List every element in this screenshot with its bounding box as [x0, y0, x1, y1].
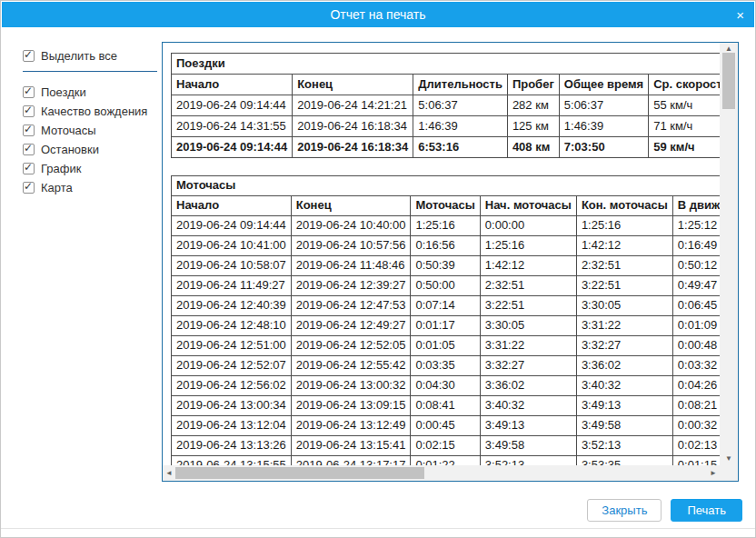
table-cell: 125 км — [507, 116, 559, 137]
table-cell: 2019-06-24 09:14:44 — [172, 95, 293, 116]
table-cell: 3:31:22 — [576, 316, 672, 336]
table-cell: 2019-06-24 16:18:34 — [293, 137, 413, 158]
table-cell: 3:49:58 — [576, 416, 672, 436]
table-cell: 2019-06-24 10:40:00 — [291, 216, 411, 236]
checkbox-checked-icon[interactable] — [23, 182, 35, 194]
table-cell: 1:46:39 — [413, 116, 508, 137]
checkbox-checked-icon[interactable] — [23, 105, 35, 117]
report-sections-sidebar: Выделить все Поездки Качество вождения М… — [23, 47, 159, 197]
table-cell: 2019-06-24 13:00:34 — [172, 396, 292, 416]
table-cell: 2019-06-24 13:12:04 — [172, 416, 292, 436]
table-cell: 3:31:22 — [480, 336, 576, 356]
sidebar-item-driving-quality[interactable]: Качество вождения — [23, 102, 159, 121]
table-cell: 6:53:16 — [413, 137, 508, 158]
table-cell: 0:01:05 — [411, 336, 480, 356]
checkbox-checked-icon[interactable] — [23, 144, 35, 155]
checkbox-checked-icon[interactable] — [23, 125, 35, 136]
table-row: 2019-06-24 13:13:262019-06-24 13:15:410:… — [172, 436, 721, 456]
table-cell: 2019-06-24 12:55:42 — [291, 356, 411, 376]
table-cell: 2019-06-24 12:51:00 — [172, 336, 292, 356]
table-row: 2019-06-24 09:14:442019-06-24 10:40:001:… — [172, 216, 721, 236]
trips-table: Поездки НачалоКонецДлительностьПробегОбщ… — [171, 53, 720, 158]
table-title-row: Поездки — [172, 54, 721, 75]
table-cell: 2019-06-24 12:52:07 — [172, 356, 292, 376]
print-button[interactable]: Печать — [671, 499, 742, 522]
table-row: 2019-06-24 13:00:342019-06-24 13:09:150:… — [172, 396, 721, 416]
table-cell: 3:36:02 — [576, 356, 672, 376]
table-header-row: НачалоКонецДлительностьПробегОбщее время… — [172, 75, 721, 95]
table-cell: 5:06:37 — [413, 95, 508, 116]
table-cell: 0:01:22 — [411, 456, 480, 466]
vertical-scroll-thumb[interactable] — [722, 53, 735, 109]
table-cell: Конец — [293, 75, 413, 95]
horizontal-scrollbar[interactable]: ◄ ► — [163, 465, 720, 481]
scroll-down-icon[interactable]: ▼ — [725, 455, 732, 463]
table-cell: Пробег — [507, 75, 559, 95]
table-cell: 2019-06-24 13:00:32 — [291, 376, 411, 396]
scroll-left-icon[interactable]: ◄ — [165, 470, 173, 477]
sidebar-item-stops[interactable]: Остановки — [23, 140, 159, 159]
table-cell: 2019-06-24 13:15:41 — [291, 436, 411, 456]
table-cell: 282 км — [507, 95, 559, 116]
table-cell: 0:01:15 — [672, 456, 720, 466]
table-cell: 3:49:13 — [480, 416, 576, 436]
table-cell: 2019-06-24 09:14:44 — [172, 137, 293, 158]
table-cell: 3:40:32 — [480, 396, 576, 416]
checkbox-checked-icon[interactable] — [23, 86, 35, 98]
table-cell: 3:52:13 — [576, 436, 672, 456]
table-row: 2019-06-24 13:15:552019-06-24 13:17:170:… — [172, 456, 721, 466]
sidebar-item-engine-hours[interactable]: Моточасы — [23, 121, 159, 140]
horizontal-scroll-thumb[interactable] — [175, 467, 424, 479]
table-cell: 1:42:12 — [576, 236, 672, 256]
table-cell: 1:25:16 — [480, 236, 576, 256]
table-cell: 0:50:12 — [672, 256, 720, 276]
dialog-bottom-edge — [1, 528, 755, 529]
table-cell: 1:25:12 — [672, 216, 720, 236]
table-cell: 2019-06-24 16:18:34 — [293, 116, 413, 137]
sidebar-item-map[interactable]: Карта — [23, 178, 159, 197]
table-cell: 0:50:39 — [411, 256, 480, 276]
sidebar-item-label: График — [41, 162, 81, 175]
engine-hours-table: Моточасы НачалоКонецМоточасыНач. моточас… — [171, 175, 720, 465]
report-preview-content: Поездки НачалоКонецДлительностьПробегОбщ… — [163, 43, 720, 465]
table-cell: 2019-06-24 11:49:27 — [172, 276, 292, 296]
select-all-option[interactable]: Выделить все — [23, 47, 159, 65]
table-cell: 1:25:16 — [411, 216, 480, 236]
scroll-right-icon[interactable]: ► — [710, 470, 717, 477]
sidebar-item-chart[interactable]: График — [23, 159, 159, 178]
table-cell: 2:32:51 — [576, 256, 672, 276]
sidebar-item-label: Качество вождения — [41, 105, 147, 118]
table-cell: 5:06:37 — [559, 95, 648, 116]
table-cell: 3:32:27 — [576, 336, 672, 356]
sidebar-item-trips[interactable]: Поездки — [23, 83, 159, 102]
table-cell: Начало — [172, 196, 292, 216]
table-row: 2019-06-24 11:49:272019-06-24 12:39:270:… — [172, 276, 721, 296]
table-cell: 71 км/ч — [649, 116, 720, 137]
scrollbar-corner — [720, 465, 738, 481]
scroll-up-icon[interactable]: ▲ — [725, 45, 732, 53]
table-cell: 0:00:45 — [411, 416, 480, 436]
table-cell: 3:30:05 — [576, 296, 672, 316]
dialog-footer: Закрыть Печать — [587, 499, 742, 522]
vertical-scrollbar[interactable]: ▲ ▼ — [720, 43, 738, 465]
table-cell: 0:04:26 — [672, 376, 720, 396]
table-cell: 0:02:13 — [672, 436, 720, 456]
engine-hours-table-title: Моточасы — [172, 176, 721, 196]
close-icon[interactable]: × — [736, 8, 744, 22]
table-cell: 2019-06-24 13:17:17 — [291, 456, 411, 466]
table-cell: 0:16:56 — [411, 236, 480, 256]
table-cell: 2019-06-24 12:52:05 — [291, 336, 411, 356]
table-row: 2019-06-24 12:40:392019-06-24 12:47:530:… — [172, 296, 721, 316]
close-button[interactable]: Закрыть — [587, 499, 662, 522]
table-cell: 3:53:35 — [576, 456, 672, 466]
table-cell: Нач. моточасы — [480, 196, 576, 216]
table-title-row: Моточасы — [172, 176, 721, 196]
checkbox-checked-icon[interactable] — [23, 50, 35, 62]
table-cell: 0:02:15 — [411, 436, 480, 456]
table-cell: 0:03:32 — [672, 356, 720, 376]
checkbox-checked-icon[interactable] — [23, 163, 35, 174]
table-row: 2019-06-24 14:31:552019-06-24 16:18:341:… — [172, 116, 721, 137]
table-cell: 3:52:13 — [480, 456, 576, 466]
table-cell: 0:04:30 — [411, 376, 480, 396]
table-cell: 2019-06-24 12:48:10 — [172, 316, 292, 336]
